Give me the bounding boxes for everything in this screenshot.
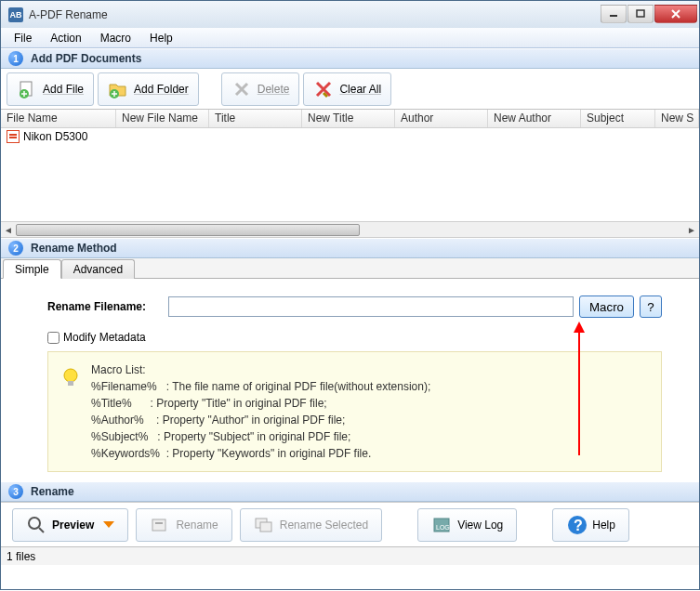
add-folder-label: Add Folder <box>134 83 189 96</box>
svg-rect-1 <box>637 10 644 17</box>
svg-rect-6 <box>68 381 73 386</box>
svg-point-7 <box>29 518 40 529</box>
rename-selected-label: Rename Selected <box>280 519 368 532</box>
menu-action[interactable]: Action <box>41 30 90 46</box>
macro-button[interactable]: Macro <box>579 296 634 318</box>
clear-all-button[interactable]: Clear All <box>303 72 391 106</box>
rename-filename-label: Rename Filename: <box>47 300 168 313</box>
file-table: File Name New File Name Title New Title … <box>1 110 699 238</box>
rename-selected-button[interactable]: Rename Selected <box>240 508 382 542</box>
help-icon: ? <box>566 515 587 535</box>
macro-hint-box: Macro List: %Filename% : The file name o… <box>47 351 662 472</box>
macro-list-title: Macro List: <box>91 361 430 378</box>
horizontal-scrollbar[interactable]: ◄ ► <box>1 221 699 237</box>
rename-filename-input[interactable] <box>168 296 574 317</box>
add-file-button[interactable]: Add File <box>7 72 94 106</box>
app-icon: AB <box>8 7 23 22</box>
tab-simple[interactable]: Simple <box>3 259 61 279</box>
preview-button[interactable]: Preview <box>12 508 128 542</box>
svg-point-5 <box>64 369 77 382</box>
scroll-left-icon[interactable]: ◄ <box>1 222 16 237</box>
status-text: 1 files <box>7 550 35 563</box>
section-rename: 3 Rename <box>1 481 699 502</box>
th-subject[interactable]: Subject <box>581 110 655 127</box>
modify-metadata-checkbox[interactable] <box>47 332 59 344</box>
rename-selected-icon <box>254 515 274 535</box>
section-rename-method: 2 Rename Method <box>1 238 699 258</box>
svg-rect-0 <box>610 15 617 17</box>
lightbulb-icon <box>61 367 80 386</box>
th-author[interactable]: Author <box>395 110 488 127</box>
macro-line-3: %Author% : Property "Author" in original… <box>91 412 430 428</box>
macro-line-1: %Filename% : The file name of original P… <box>91 378 430 395</box>
macro-line-5: %Keywords% : Property "Keywords" in orig… <box>91 445 430 462</box>
section-number-3: 3 <box>8 484 23 499</box>
rename-label: Rename <box>176 519 218 532</box>
bottom-toolbar: Preview Rename Rename Selected LOG View … <box>1 502 699 546</box>
section-label-2: Rename Method <box>31 242 117 255</box>
svg-text:?: ? <box>574 518 583 533</box>
menu-macro[interactable]: Macro <box>91 30 140 46</box>
th-newsubject[interactable]: New S <box>655 110 699 127</box>
scroll-thumb[interactable] <box>16 224 360 236</box>
titlebar: AB A-PDF Rename <box>0 0 700 28</box>
scroll-right-icon[interactable]: ► <box>684 222 699 237</box>
menubar: File Action Macro Help <box>1 28 699 48</box>
add-file-label: Add File <box>43 83 84 96</box>
add-file-icon <box>17 79 37 99</box>
help-button-small[interactable]: ? <box>640 296 662 318</box>
th-newfilename[interactable]: New File Name <box>116 110 209 127</box>
macro-line-2: %Title% : Property "Title" in original P… <box>91 395 430 412</box>
method-body: Rename Filename: Macro ? Modify Metadata… <box>1 279 699 481</box>
delete-icon <box>231 79 252 99</box>
modify-metadata-label: Modify Metadata <box>63 331 146 344</box>
add-folder-button[interactable]: Add Folder <box>98 72 199 106</box>
preview-label: Preview <box>52 519 94 532</box>
svg-rect-9 <box>155 522 163 524</box>
delete-button[interactable]: Delete <box>221 72 300 106</box>
statusbar: 1 files <box>1 546 699 565</box>
svg-rect-8 <box>152 519 165 531</box>
delete-label: Delete <box>258 83 290 96</box>
help-label: Help <box>592 519 615 532</box>
rename-button[interactable]: Rename <box>136 508 231 542</box>
view-log-label: View Log <box>457 519 503 532</box>
th-filename[interactable]: File Name <box>1 110 116 127</box>
maximize-button[interactable] <box>627 5 654 23</box>
toolbar: Add File Add Folder Delete Clear All <box>1 69 699 110</box>
close-button[interactable] <box>654 5 697 23</box>
minimize-button[interactable] <box>601 5 627 23</box>
th-newtitle[interactable]: New Title <box>302 110 395 127</box>
svg-rect-11 <box>260 522 271 532</box>
table-body[interactable]: Nikon D5300 <box>1 128 699 221</box>
method-tabs: Simple Advanced <box>1 258 699 279</box>
magnifier-icon <box>26 515 46 535</box>
section-label-3: Rename <box>31 485 74 498</box>
menu-help[interactable]: Help <box>140 30 182 46</box>
tab-advanced[interactable]: Advanced <box>61 259 135 279</box>
view-log-button[interactable]: LOG View Log <box>417 508 517 542</box>
section-number-1: 1 <box>8 51 23 66</box>
clear-all-icon <box>313 79 334 99</box>
menu-file[interactable]: File <box>5 30 41 46</box>
macro-line-4: %Subject% : Property "Subject" in origin… <box>91 428 430 445</box>
cell-filename: Nikon D5300 <box>23 130 87 143</box>
svg-text:LOG: LOG <box>436 524 450 531</box>
table-row[interactable]: Nikon D5300 <box>1 128 699 145</box>
section-label-1: Add PDF Documents <box>31 52 141 65</box>
add-folder-icon <box>108 79 128 99</box>
window-title: A-PDF Rename <box>29 8 600 21</box>
section-add-documents: 1 Add PDF Documents <box>1 48 699 69</box>
clear-all-label: Clear All <box>339 83 381 96</box>
log-icon: LOG <box>431 515 452 535</box>
rename-icon <box>150 515 170 535</box>
table-header: File Name New File Name Title New Title … <box>1 110 699 128</box>
pdf-icon <box>7 130 20 143</box>
dropdown-caret-icon <box>103 521 114 528</box>
th-newauthor[interactable]: New Author <box>488 110 581 127</box>
help-button[interactable]: ? Help <box>552 508 629 542</box>
th-title[interactable]: Title <box>209 110 302 127</box>
section-number-2: 2 <box>8 241 23 256</box>
